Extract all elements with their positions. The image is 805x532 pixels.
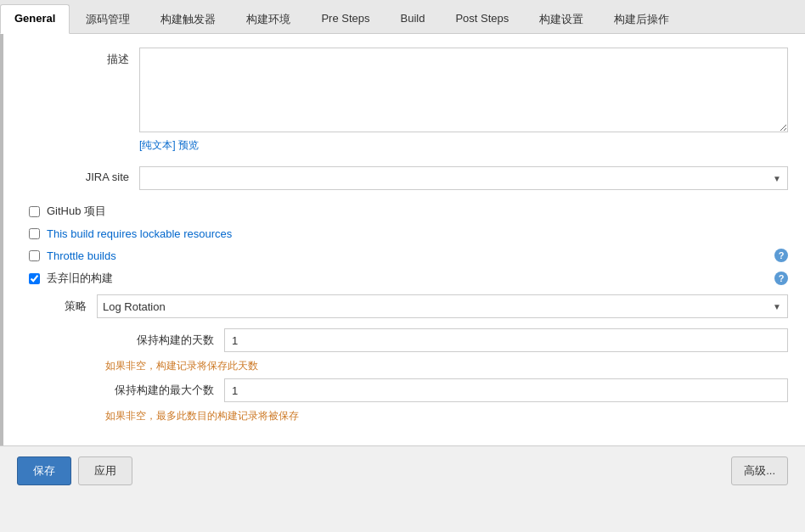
preview-link[interactable]: 预览 bbox=[178, 139, 199, 151]
tab-bar: General 源码管理 构建触发器 构建环境 Pre Steps Build … bbox=[0, 0, 805, 34]
tab-build[interactable]: Build bbox=[386, 4, 440, 34]
throttle-builds-help-icon[interactable]: ? bbox=[774, 249, 788, 262]
main-content: 描述 [纯文本] 预览 JIRA site bbox=[3, 34, 805, 445]
jira-site-label: JIRA site bbox=[20, 166, 139, 183]
apply-button[interactable]: 应用 bbox=[78, 456, 132, 485]
strategy-control: Log Rotation bbox=[97, 294, 788, 318]
tab-postbuild[interactable]: 构建后操作 bbox=[600, 4, 684, 34]
page-wrapper: General 源码管理 构建触发器 构建环境 Pre Steps Build … bbox=[0, 0, 805, 532]
github-project-row: GitHub 项目 bbox=[20, 204, 788, 219]
github-project-label: GitHub 项目 bbox=[47, 204, 106, 219]
advanced-button[interactable]: 高级... bbox=[731, 456, 788, 485]
tab-source[interactable]: 源码管理 bbox=[71, 4, 144, 34]
lockable-resources-label: This build requires lockable resources bbox=[47, 227, 232, 240]
keep-days-hint: 如果非空，构建记录将保存此天数 bbox=[105, 359, 788, 373]
plain-text-link[interactable]: [纯文本] bbox=[139, 139, 176, 151]
discard-old-row: 丢弃旧的构建 ? bbox=[20, 271, 788, 286]
keep-days-control bbox=[224, 328, 788, 352]
github-project-checkbox[interactable] bbox=[29, 206, 40, 217]
save-button[interactable]: 保存 bbox=[17, 456, 71, 485]
description-control: [纯文本] 预览 bbox=[139, 48, 788, 153]
description-input[interactable] bbox=[139, 48, 788, 132]
jira-site-select[interactable] bbox=[139, 166, 788, 190]
strategy-select-wrapper: Log Rotation bbox=[97, 294, 788, 318]
keep-max-row: 保持构建的最大个数 bbox=[105, 378, 788, 402]
keep-max-input[interactable] bbox=[224, 378, 788, 402]
lockable-resources-checkbox[interactable] bbox=[29, 228, 40, 239]
discard-old-checkbox[interactable] bbox=[29, 273, 40, 284]
discard-old-label: 丢弃旧的构建 bbox=[47, 271, 113, 286]
textarea-links: [纯文本] 预览 bbox=[139, 138, 788, 153]
tab-presteps[interactable]: Pre Steps bbox=[307, 4, 384, 34]
jira-site-select-wrapper bbox=[139, 166, 788, 190]
tab-settings[interactable]: 构建设置 bbox=[525, 4, 598, 34]
keep-max-label: 保持构建的最大个数 bbox=[105, 383, 224, 398]
tab-poststeps[interactable]: Post Steps bbox=[441, 4, 523, 34]
jira-site-control bbox=[139, 166, 788, 190]
lockable-resources-row: This build requires lockable resources bbox=[20, 227, 788, 240]
keep-days-row: 保持构建的天数 bbox=[105, 328, 788, 352]
bottom-left: 保存 应用 bbox=[17, 456, 132, 485]
keep-days-label: 保持构建的天数 bbox=[105, 333, 224, 348]
bottom-bar: 保存 应用 高级... bbox=[0, 445, 805, 496]
page-body: 描述 [纯文本] 预览 JIRA site bbox=[0, 34, 805, 445]
strategy-section: 策略 Log Rotation 保持构建的天数 bbox=[20, 294, 788, 423]
throttle-builds-checkbox[interactable] bbox=[29, 250, 40, 261]
strategy-select[interactable]: Log Rotation bbox=[97, 294, 788, 318]
throttle-builds-label: Throttle builds bbox=[47, 249, 116, 262]
description-label: 描述 bbox=[20, 48, 139, 67]
keep-max-hint: 如果非空，最多此数目的构建记录将被保存 bbox=[105, 409, 788, 423]
jira-site-row: JIRA site bbox=[20, 166, 788, 190]
throttle-builds-row: Throttle builds ? bbox=[20, 249, 788, 262]
keep-days-input[interactable] bbox=[224, 328, 788, 352]
strategy-row: 策略 Log Rotation bbox=[29, 294, 788, 318]
discard-old-help-icon[interactable]: ? bbox=[774, 272, 788, 285]
strategy-label: 策略 bbox=[29, 299, 97, 314]
tab-env[interactable]: 构建环境 bbox=[232, 4, 305, 34]
description-row: 描述 [纯文本] 预览 bbox=[20, 48, 788, 153]
sub-form: 保持构建的天数 如果非空，构建记录将保存此天数 保持构建的最大个数 如果非空，最… bbox=[105, 328, 788, 423]
tab-general[interactable]: General bbox=[0, 4, 70, 34]
keep-max-control bbox=[224, 378, 788, 402]
tab-trigger[interactable]: 构建触发器 bbox=[146, 4, 230, 34]
